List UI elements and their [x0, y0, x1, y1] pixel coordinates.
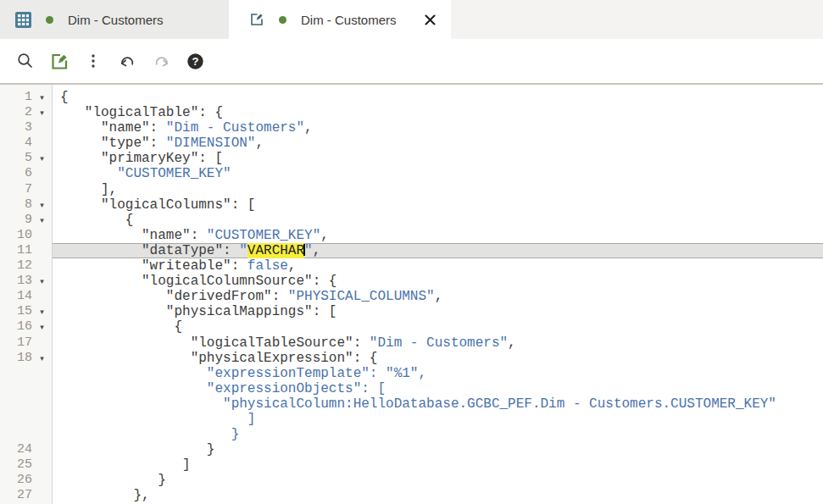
code-line[interactable]: { — [53, 90, 823, 105]
edit-json-icon — [249, 12, 264, 27]
fold-arrow-icon[interactable]: ▾ — [32, 213, 52, 228]
code-line[interactable]: ], — [53, 182, 823, 197]
gutter-row: 14 — [0, 289, 52, 304]
code-line[interactable]: "logicalTableSource": "Dim - Customers", — [53, 335, 823, 351]
code-token: "name": — [60, 120, 166, 136]
gutter-row: 26 — [0, 473, 52, 488]
code-token: , — [313, 243, 321, 258]
code-line[interactable]: ] — [53, 412, 823, 427]
fold-arrow-icon[interactable]: ▾ — [32, 274, 52, 289]
code-area[interactable]: { "logicalTable": { "name": "Dim - Custo… — [53, 85, 823, 504]
fold-arrow-icon[interactable]: ▾ — [32, 105, 52, 120]
code-token: false — [247, 258, 288, 274]
tab-dim-customers-active[interactable]: Dim - Customers — [229, 0, 451, 39]
code-token: , — [320, 228, 329, 243]
line-number: 4 — [0, 136, 32, 151]
undo-button[interactable] — [117, 51, 137, 71]
tab-bar-filler — [451, 0, 823, 39]
code-token: "Dim - Customers" — [370, 335, 508, 351]
code-line[interactable]: "name": "Dim - Customers", — [53, 120, 823, 136]
code-token: ] — [60, 457, 191, 473]
fold-arrow-icon[interactable]: ▾ — [32, 151, 52, 166]
code-line[interactable]: ] — [53, 457, 823, 473]
redo-button[interactable] — [151, 51, 171, 71]
code-token: "expressionTemplate": "%1", — [60, 366, 426, 381]
code-token: "logicalColumnSource": { — [60, 274, 336, 289]
code-token: , — [255, 136, 264, 151]
code-token — [60, 166, 117, 181]
code-token: "DIMENSION" — [166, 136, 256, 151]
code-token: "type": — [60, 136, 166, 151]
gutter-row: 11 — [0, 243, 52, 258]
code-line[interactable]: "logicalColumns": [ — [53, 197, 823, 213]
code-line[interactable]: "derivedFrom": "PHYSICAL_COLUMNS", — [53, 289, 823, 304]
code-token: "CUSTOMER_KEY" — [207, 228, 320, 243]
code-token: "logicalColumns": [ — [60, 197, 255, 213]
unsaved-changes-dot — [279, 16, 286, 24]
fold-spacer — [32, 396, 52, 412]
code-token: " — [239, 243, 247, 258]
fold-spacer — [32, 366, 52, 381]
search-button[interactable] — [15, 51, 36, 71]
search-icon — [16, 52, 35, 70]
code-line[interactable]: } — [53, 473, 823, 488]
code-token: } — [60, 473, 166, 488]
line-number: 17 — [0, 335, 32, 351]
gutter-row: 16▾ — [0, 319, 52, 335]
line-number: 12 — [0, 258, 32, 274]
code-line[interactable]: "logicalTable": { — [53, 105, 823, 120]
code-line[interactable]: "primaryKey": [ — [53, 151, 823, 166]
code-line[interactable]: "physicalExpression": { — [53, 351, 823, 366]
code-line[interactable]: } — [53, 427, 823, 442]
code-line[interactable]: "CUSTOMER_KEY" — [53, 166, 823, 181]
tab-label: Dim - Customers — [301, 13, 397, 27]
code-line[interactable]: } — [53, 442, 823, 457]
edit-button[interactable] — [49, 51, 70, 71]
code-line[interactable]: "physicalColumn:HelloDatabase.GCBC_PEF.D… — [53, 396, 823, 412]
code-line[interactable]: }, — [53, 488, 823, 503]
gutter-row: 2▾ — [0, 105, 52, 120]
more-options-button[interactable] — [83, 51, 103, 71]
fold-spacer — [32, 243, 52, 258]
fold-spacer — [32, 473, 52, 488]
fold-spacer — [32, 136, 52, 151]
code-line[interactable]: "writeable": false, — [53, 258, 823, 274]
tab-dim-customers-inactive[interactable]: Dim - Customers — [0, 0, 229, 39]
fold-arrow-icon[interactable]: ▾ — [32, 90, 52, 105]
json-editor[interactable]: 1▾2▾345▾678▾9▾10111213▾1415▾16▾1718▾2425… — [0, 85, 823, 504]
line-number: 11 — [0, 243, 32, 258]
code-line-active[interactable]: "dataType": "VARCHAR", — [53, 243, 823, 258]
code-token: "expressionObjects": [ — [60, 381, 386, 396]
code-line[interactable]: "expressionObjects": [ — [53, 381, 823, 396]
fold-arrow-icon[interactable]: ▾ — [32, 351, 52, 366]
help-button[interactable]: ? — [185, 51, 205, 71]
fold-arrow-icon[interactable]: ▾ — [32, 319, 52, 335]
gutter-row: 6 — [0, 166, 52, 181]
gutter-row: 15▾ — [0, 304, 52, 319]
code-line[interactable]: "type": "DIMENSION", — [53, 136, 823, 151]
gutter-row — [0, 427, 52, 442]
fold-arrow-icon[interactable]: ▾ — [32, 197, 52, 213]
code-line[interactable]: { — [53, 213, 823, 228]
help-icon: ? — [186, 52, 205, 71]
close-tab-icon[interactable] — [421, 11, 439, 29]
code-line[interactable]: "name": "CUSTOMER_KEY", — [53, 228, 823, 243]
logical-table-icon — [15, 12, 31, 28]
line-number: 6 — [0, 166, 32, 181]
line-number: 10 — [0, 228, 32, 243]
fold-arrow-icon[interactable]: ▾ — [32, 304, 52, 319]
code-line[interactable]: "logicalColumnSource": { — [53, 274, 823, 289]
gutter-row: 10 — [0, 228, 52, 243]
editor-toolbar: ? — [0, 39, 823, 85]
code-line[interactable]: "physicalMappings": [ — [53, 304, 823, 319]
fold-spacer — [32, 381, 52, 396]
gutter-row: 7 — [0, 182, 52, 197]
code-line[interactable]: { — [53, 319, 823, 335]
code-token: , — [304, 120, 313, 136]
code-token: } — [60, 442, 214, 457]
code-token: "PHYSICAL_COLUMNS" — [288, 289, 435, 304]
gutter-row — [0, 366, 52, 381]
code-line[interactable]: "expressionTemplate": "%1", — [53, 366, 823, 381]
code-token: }, — [60, 488, 150, 503]
code-token: "writeable": — [60, 258, 247, 274]
